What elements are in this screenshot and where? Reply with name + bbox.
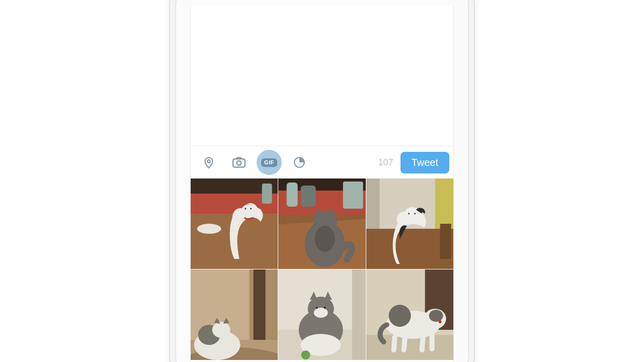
svg-point-2 (237, 161, 242, 165)
photo-gallery[interactable] (191, 178, 453, 362)
svg-point-8 (197, 224, 221, 234)
svg-point-11 (250, 208, 252, 210)
gallery-item[interactable] (191, 178, 278, 269)
svg-point-43 (316, 307, 318, 309)
location-button[interactable] (195, 148, 223, 176)
compose-text-area[interactable] (191, 5, 453, 146)
camera-icon (231, 155, 247, 170)
gallery-item[interactable] (278, 269, 365, 360)
svg-point-20 (315, 226, 335, 252)
pie-timer-icon (293, 156, 306, 169)
location-pin-icon (202, 156, 215, 169)
poll-button[interactable] (285, 148, 313, 176)
svg-point-52 (429, 310, 443, 322)
gif-badge: GIF (257, 150, 282, 175)
gif-icon: GIF (261, 158, 277, 167)
phone-bezel: GIF 107 Tweet (175, 0, 469, 362)
compose-toolbar: GIF 107 Tweet (191, 146, 453, 178)
gallery-item[interactable] (191, 269, 278, 360)
camera-button[interactable] (225, 148, 253, 176)
svg-rect-25 (440, 224, 451, 259)
svg-point-28 (414, 213, 416, 215)
character-count: 107 (378, 157, 393, 168)
svg-rect-1 (233, 159, 245, 167)
svg-point-45 (301, 350, 310, 359)
svg-point-50 (388, 305, 411, 327)
gallery-item[interactable] (366, 178, 453, 269)
svg-point-9 (242, 205, 256, 217)
svg-point-35 (212, 322, 230, 338)
svg-point-44 (324, 307, 326, 309)
svg-point-53 (438, 320, 441, 323)
gallery-item[interactable] (278, 178, 365, 269)
svg-point-10 (245, 208, 246, 210)
svg-rect-15 (301, 186, 316, 207)
phone-frame: GIF 107 Tweet (170, 0, 474, 362)
svg-point-0 (207, 160, 210, 163)
svg-point-27 (408, 213, 410, 215)
gallery-item[interactable] (366, 269, 453, 360)
svg-rect-6 (262, 184, 272, 204)
svg-rect-23 (366, 178, 380, 229)
svg-rect-16 (343, 182, 363, 209)
svg-rect-38 (352, 269, 366, 360)
screen: GIF 107 Tweet (190, 5, 454, 362)
tweet-button[interactable]: Tweet (400, 152, 449, 173)
svg-point-42 (314, 308, 328, 318)
svg-rect-14 (287, 183, 298, 207)
gif-button[interactable]: GIF (255, 148, 283, 176)
